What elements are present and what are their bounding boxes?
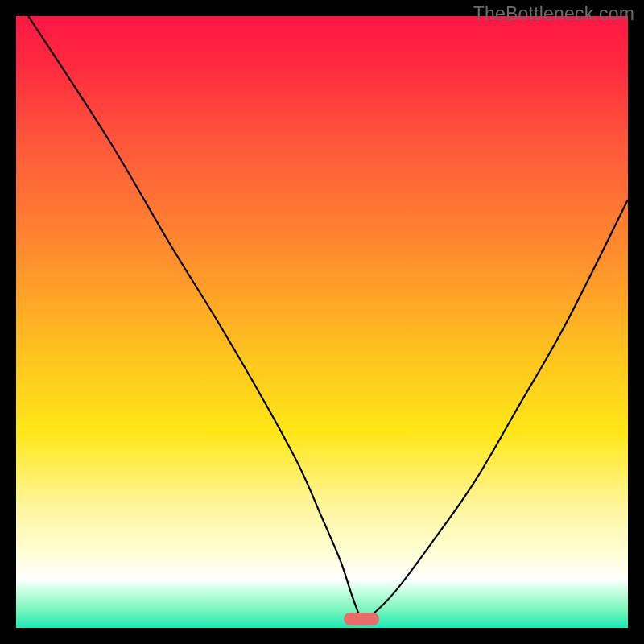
- chart-container: TheBottleneck.com: [0, 0, 644, 644]
- plot-area: [16, 16, 628, 628]
- watermark-text: TheBottleneck.com: [473, 3, 634, 25]
- chart-background: [16, 16, 628, 628]
- optimal-point-marker: [344, 613, 379, 625]
- chart-svg: [16, 16, 628, 628]
